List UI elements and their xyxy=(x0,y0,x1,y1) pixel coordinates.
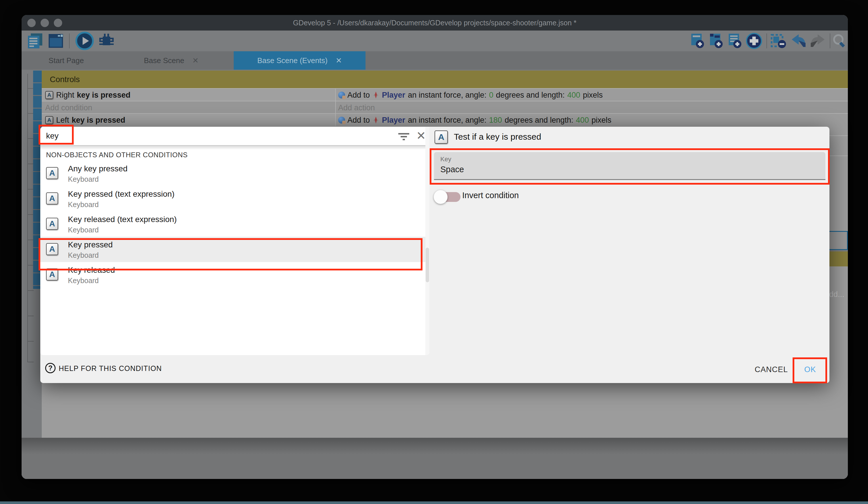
annotation-box-key-pressed-item xyxy=(39,238,423,270)
item-subtitle: Keyboard xyxy=(68,226,99,234)
event-tree-tick xyxy=(27,265,34,265)
player-sprite-icon xyxy=(372,91,380,99)
action-text: degrees and length: xyxy=(505,116,573,125)
keyboard-key-icon: A xyxy=(46,192,58,204)
screenshot-page: GDevelop 5 - /Users/dkarakay/Documents/G… xyxy=(0,0,868,504)
item-title: Key released (text expression) xyxy=(68,215,177,224)
action-unit: pixels xyxy=(583,91,603,100)
remove-selection-icon[interactable] xyxy=(770,32,787,50)
add-comment-icon[interactable] xyxy=(727,32,743,50)
event-tree-tick xyxy=(27,362,34,362)
action-length-value: 400 xyxy=(567,91,580,100)
invert-condition-label: Invert condition xyxy=(462,191,519,200)
action-length-value: 400 xyxy=(576,116,589,125)
event-tree-tick xyxy=(27,214,34,215)
list-item-key-pressed-text-expression[interactable]: A Key pressed (text expression) Keyboard xyxy=(40,186,425,211)
tab-base-scene-events[interactable]: Base Scene (Events) ✕ xyxy=(234,51,365,70)
action-text: an instant force, angle: xyxy=(408,91,486,100)
scene-editor-icon[interactable] xyxy=(47,32,65,50)
condition-text: key is pressed xyxy=(77,91,131,100)
keyboard-key-icon: A xyxy=(45,91,53,99)
help-icon[interactable]: ? xyxy=(45,363,55,373)
tab-base-scene[interactable]: Base Scene ✕ xyxy=(116,51,226,70)
force-action-icon xyxy=(338,117,345,123)
main-toolbar xyxy=(22,31,848,51)
tab-label: Start Page xyxy=(49,56,84,65)
event-tree-tick xyxy=(27,138,34,139)
action-angle-value: 0 xyxy=(489,91,493,100)
action-cell[interactable]: Add to Player an instant force, angle: 0… xyxy=(335,89,848,101)
event-add-row: Add condition Add action xyxy=(42,101,848,114)
event-tree-tick xyxy=(27,88,34,89)
toggle-thumb[interactable] xyxy=(434,190,447,204)
action-unit: pixels xyxy=(591,116,611,125)
action-label: Add to xyxy=(348,116,370,125)
action-label: Add to xyxy=(348,91,370,100)
event-group-label: Controls xyxy=(50,75,80,84)
add-condition-button[interactable]: Add condition xyxy=(42,101,335,114)
add-circle-icon[interactable] xyxy=(745,32,763,50)
debug-icon[interactable] xyxy=(97,32,115,50)
search-icon[interactable] xyxy=(832,32,848,50)
event-tree-tick xyxy=(27,189,34,190)
event-tree-tick xyxy=(27,341,34,342)
editor-tab-bar: Start Page Base Scene ✕ Base Scene (Even… xyxy=(22,51,848,70)
toolbar-separator xyxy=(766,33,767,48)
add-condition-label: Add condition xyxy=(45,103,92,112)
keyboard-key-icon: A xyxy=(46,167,58,179)
scrollbar-thumb[interactable] xyxy=(426,248,429,282)
item-title: Any key pressed xyxy=(68,164,127,173)
close-tab-icon[interactable]: ✕ xyxy=(192,56,199,65)
item-subtitle: Keyboard xyxy=(68,276,99,285)
cancel-button[interactable]: CANCEL xyxy=(747,362,796,377)
list-item-any-key-pressed[interactable]: A Any key pressed Keyboard xyxy=(40,161,425,186)
add-new-event-clipped-label[interactable]: dd... xyxy=(829,290,844,299)
event-group-controls[interactable]: Controls xyxy=(42,71,848,88)
window-title: GDevelop 5 - /Users/dkarakay/Documents/G… xyxy=(22,15,848,31)
add-subevent-icon[interactable] xyxy=(708,32,724,50)
action-object: Player xyxy=(382,91,405,100)
filter-icon[interactable] xyxy=(397,130,410,143)
undo-icon[interactable] xyxy=(789,32,807,50)
item-subtitle: Keyboard xyxy=(68,175,99,183)
condition-editor-title: Test if a key is pressed xyxy=(454,132,541,142)
annotation-box-key-field xyxy=(430,148,830,185)
tab-start-page[interactable]: Start Page xyxy=(30,51,102,70)
condition-text: key is pressed xyxy=(72,116,125,125)
condition-cell[interactable]: A Right key is pressed xyxy=(42,89,335,101)
condition-param: Right xyxy=(56,91,74,100)
keyboard-key-icon: A xyxy=(46,218,58,230)
add-event-icon[interactable] xyxy=(689,32,705,50)
scrollbar[interactable] xyxy=(425,127,430,355)
help-link[interactable]: HELP FOR THIS CONDITION xyxy=(59,364,162,373)
tab-label: Base Scene (Events) xyxy=(257,56,328,65)
tab-label: Base Scene xyxy=(144,56,184,65)
action-object: Player xyxy=(382,116,405,125)
screen-bottom-strip xyxy=(0,501,868,504)
scroll-shadow xyxy=(40,146,430,150)
project-manager-icon[interactable] xyxy=(26,32,44,50)
player-sprite-icon xyxy=(372,117,380,124)
annotation-box-ok xyxy=(793,357,827,383)
condition-cell[interactable]: A Left key is pressed xyxy=(42,114,335,127)
toolbar-separator xyxy=(69,33,70,48)
toolbar-separator xyxy=(830,33,830,48)
action-text: an instant force, angle: xyxy=(408,116,486,125)
list-item-key-released-text-expression[interactable]: A Key released (text expression) Keyboar… xyxy=(40,211,425,237)
redo-icon[interactable] xyxy=(809,32,827,50)
title-bar: GDevelop 5 - /Users/dkarakay/Documents/G… xyxy=(22,15,848,31)
action-text: degrees and length: xyxy=(496,91,565,100)
keyboard-key-icon: A xyxy=(45,116,53,124)
event-row: A Right key is pressed Add to Player a xyxy=(42,88,848,101)
play-icon[interactable] xyxy=(75,32,94,50)
add-action-label: Add action xyxy=(338,103,375,112)
condition-param: Left xyxy=(56,116,69,125)
action-angle-value: 180 xyxy=(489,116,502,125)
event-tree-tick xyxy=(27,316,34,316)
close-tab-icon[interactable]: ✕ xyxy=(335,56,342,65)
action-cell[interactable]: Add to Player an instant force, angle: 1… xyxy=(335,114,848,127)
event-tree-line xyxy=(27,74,28,362)
event-tree-tick xyxy=(27,164,34,164)
add-action-button[interactable]: Add action xyxy=(335,101,848,114)
event-tree-tick xyxy=(27,240,34,240)
